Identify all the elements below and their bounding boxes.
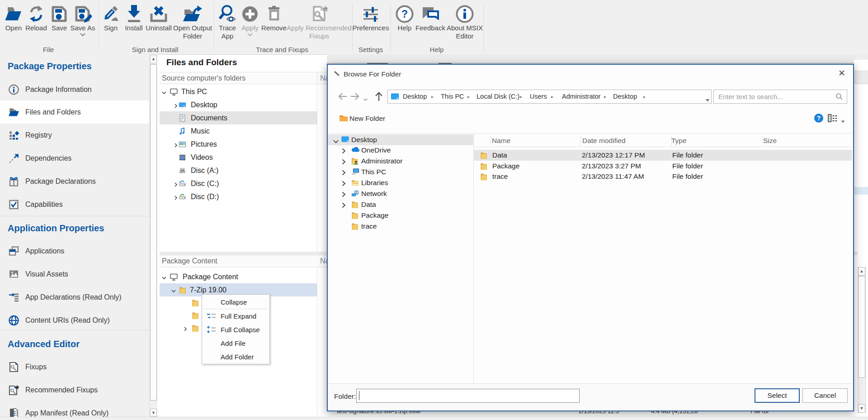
svg-text:?: ? [817,115,821,122]
svg-text:?: ? [401,8,408,20]
